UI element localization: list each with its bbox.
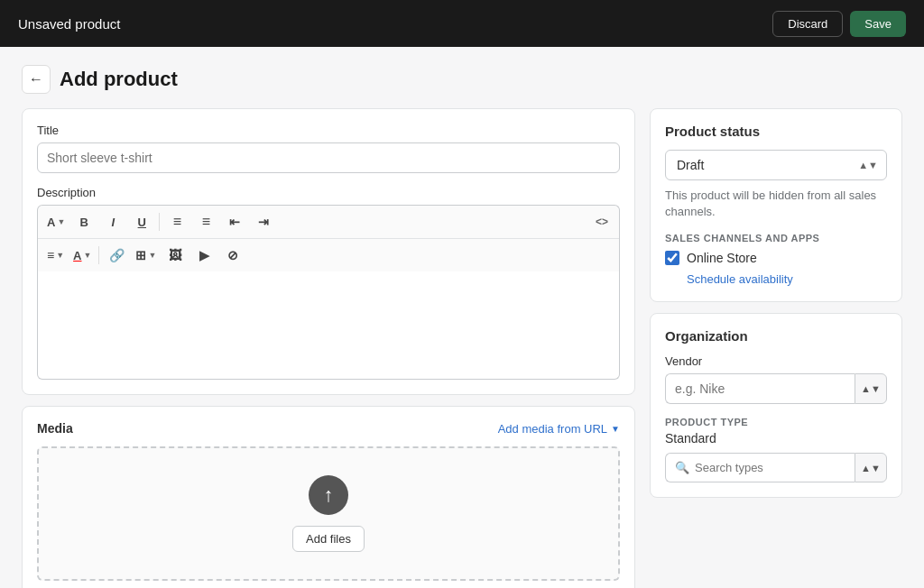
topbar-title: Unsaved product: [18, 16, 120, 32]
product-type-value: Standard: [665, 431, 887, 446]
status-select[interactable]: Draft Active: [665, 150, 887, 180]
title-input[interactable]: [37, 142, 620, 173]
search-input-container[interactable]: 🔍: [665, 453, 855, 482]
editor-toolbar: A ▼ B I U ≡ ≡ ⇤ ⇥ <>: [37, 205, 620, 271]
indent-right-button[interactable]: ⇥: [250, 209, 277, 234]
title-label: Title: [37, 124, 620, 137]
color-dropdown[interactable]: A ▼: [69, 243, 95, 268]
vendor-stepper-button[interactable]: ▲▼: [855, 373, 887, 404]
sales-channels-subtitle: SALES CHANNELS AND APPS: [665, 233, 887, 243]
online-store-label: Online Store: [687, 251, 757, 265]
search-types-input[interactable]: [695, 461, 845, 474]
toolbar-sep-2: [98, 246, 99, 264]
status-select-wrapper: Draft Active ▲▼: [665, 150, 887, 180]
product-type-stepper-button[interactable]: ▲▼: [855, 453, 887, 482]
online-store-checkbox[interactable]: [665, 251, 679, 265]
vendor-input[interactable]: [665, 373, 855, 404]
page-header: ← Add product: [22, 65, 902, 94]
search-types-icon: 🔍: [675, 461, 689, 474]
color-chevron: ▼: [83, 251, 91, 260]
align-dropdown[interactable]: ≡ ▼: [43, 243, 68, 268]
discard-button[interactable]: Discard: [772, 11, 843, 37]
indent-left-button[interactable]: ⇤: [221, 209, 248, 234]
block-button[interactable]: ⊘: [219, 243, 246, 268]
search-types-wrapper: 🔍 ▲▼: [665, 453, 887, 482]
align-chevron: ▼: [56, 251, 64, 260]
media-title: Media: [37, 421, 73, 436]
upload-icon: ↑: [309, 475, 348, 515]
topbar: Unsaved product Discard Save: [0, 0, 924, 47]
back-button[interactable]: ←: [22, 65, 51, 94]
table-icon: ⊞: [135, 248, 146, 262]
product-status-title: Product status: [665, 124, 887, 139]
toolbar-row-1: A ▼ B I U ≡ ≡ ⇤ ⇥ <>: [38, 206, 619, 239]
description-label: Description: [37, 186, 620, 199]
list-ol-button[interactable]: ≡: [192, 209, 219, 234]
page-title: Add product: [60, 68, 178, 91]
add-media-url-link[interactable]: Add media from URL ▼: [498, 422, 620, 436]
font-chevron: ▼: [57, 217, 65, 226]
color-label: A: [73, 249, 81, 262]
topbar-actions: Discard Save: [772, 11, 906, 37]
underline-button[interactable]: U: [128, 209, 155, 234]
table-chevron: ▼: [148, 251, 156, 260]
upload-area[interactable]: ↑ Add files: [37, 446, 620, 581]
italic-button[interactable]: I: [99, 209, 126, 234]
font-label: A: [47, 216, 55, 229]
upload-arrow-icon: ↑: [324, 483, 334, 507]
link-button[interactable]: 🔗: [103, 243, 130, 268]
table-dropdown[interactable]: ⊞ ▼: [132, 243, 160, 268]
vendor-label: Vendor: [665, 354, 887, 368]
product-type-label: PRODUCT TYPE: [665, 417, 887, 427]
editor-body[interactable]: [37, 271, 620, 380]
product-info-card: Title Description A ▼ B I U: [22, 108, 635, 395]
image-button[interactable]: 🖼: [162, 243, 189, 268]
toolbar-sep-1: [159, 213, 160, 231]
align-icon: ≡: [47, 248, 54, 262]
toolbar-row-2: ≡ ▼ A ▼ 🔗 ⊞ ▼ 🖼: [38, 239, 619, 271]
right-sidebar: Product status Draft Active ▲▼ This prod…: [650, 108, 902, 498]
add-files-button[interactable]: Add files: [292, 526, 365, 552]
add-media-label: Add media from URL: [498, 422, 607, 436]
media-card: Media Add media from URL ▼ ↑ Add files: [22, 406, 635, 588]
product-status-card: Product status Draft Active ▲▼ This prod…: [650, 108, 902, 302]
main-content: Title Description A ▼ B I U: [22, 108, 635, 588]
media-header: Media Add media from URL ▼: [37, 421, 620, 436]
bold-button[interactable]: B: [70, 209, 97, 234]
list-ul-button[interactable]: ≡: [163, 209, 190, 234]
font-dropdown[interactable]: A ▼: [43, 209, 69, 234]
save-button[interactable]: Save: [850, 11, 906, 37]
vendor-input-wrapper: ▲▼: [665, 373, 887, 404]
schedule-availability-link[interactable]: Schedule availability: [687, 272, 793, 286]
code-button[interactable]: <>: [590, 209, 614, 234]
organization-card: Organization Vendor ▲▼ PRODUCT TYPE Stan…: [650, 313, 902, 498]
video-button[interactable]: ▶: [190, 243, 217, 268]
channel-online-store-row: Online Store: [665, 251, 887, 265]
status-description: This product will be hidden from all sal…: [665, 188, 887, 220]
schedule-link[interactable]: Schedule availability: [665, 271, 887, 287]
organization-title: Organization: [665, 328, 887, 344]
add-media-chevron: ▼: [611, 424, 620, 434]
